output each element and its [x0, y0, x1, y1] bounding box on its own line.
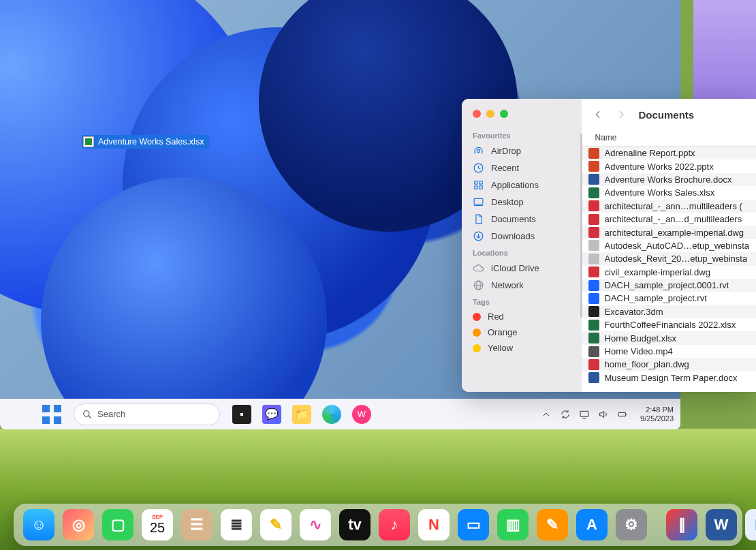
- start-button[interactable]: [42, 405, 61, 424]
- forward-button[interactable]: [616, 109, 627, 120]
- dock-app-appstore[interactable]: A: [576, 509, 608, 540]
- file-row[interactable]: Autodesk_AutoCAD…etup_webinsta: [582, 239, 756, 252]
- file-row[interactable]: Adrenaline Report.pptx: [582, 147, 756, 159]
- battery-icon[interactable]: [617, 409, 628, 420]
- dock-app-launchpad[interactable]: ◎: [63, 509, 94, 540]
- taskbar-app-wps[interactable]: W: [352, 405, 371, 424]
- zoom-button[interactable]: [500, 110, 508, 118]
- file-name: architectural_-_an…d_multileaders: [605, 214, 742, 224]
- xlsx-file-icon: [588, 187, 599, 198]
- dock-app-windows[interactable]: ⊞: [745, 509, 756, 540]
- svg-rect-10: [479, 181, 482, 184]
- sidebar-item-downloads[interactable]: Downloads: [462, 228, 582, 245]
- sidebar-scrollbar[interactable]: [580, 134, 582, 318]
- back-button[interactable]: [593, 109, 603, 120]
- taskview-button[interactable]: [232, 405, 251, 424]
- dock-app-parallels[interactable]: ∥: [666, 509, 697, 540]
- dock-app-contacts[interactable]: ☰: [181, 509, 212, 540]
- sidebar-tag-yellow[interactable]: Yellow: [462, 340, 582, 356]
- sidebar-item-documents[interactable]: Documents: [462, 211, 582, 228]
- file-name: FourthCoffeeFinancials 2022.xlsx: [605, 320, 736, 330]
- airdrop-icon: [473, 145, 484, 157]
- dwg-file-icon: [588, 200, 599, 211]
- dock-app-keynote[interactable]: ▭: [458, 509, 489, 540]
- docx-file-icon: [588, 174, 599, 185]
- sidebar-tag-orange[interactable]: Orange: [462, 324, 582, 340]
- taskbar-app-edge[interactable]: [322, 405, 341, 424]
- tag-dot-icon: [473, 344, 481, 352]
- file-name: home_floor_plan.dwg: [605, 359, 689, 369]
- file-row[interactable]: civil_example-imperial.dwg: [582, 266, 756, 279]
- file-row[interactable]: FourthCoffeeFinancials 2022.xlsx: [582, 318, 756, 331]
- pptx-file-icon: [588, 148, 599, 159]
- sidebar-item-airdrop[interactable]: AirDrop: [462, 142, 582, 159]
- sync-icon[interactable]: [560, 409, 571, 420]
- minimize-button[interactable]: [486, 110, 494, 118]
- dwg-file-icon: [588, 227, 599, 238]
- file-row[interactable]: architectural_-_an…d_multileaders: [582, 213, 756, 226]
- file-row[interactable]: architectural_example-imperial.dwg: [582, 226, 756, 239]
- desktop-file-selected[interactable]: Adventure Works Sales.xlsx: [82, 135, 209, 149]
- column-header-name[interactable]: Name: [582, 130, 756, 147]
- file-row[interactable]: home_floor_plan.dwg: [582, 358, 756, 371]
- finder-window[interactable]: Favourites AirDropRecentApplicationsDesk…: [462, 99, 756, 392]
- network-icon: [473, 279, 484, 291]
- dock-app-finder[interactable]: ☺: [23, 509, 54, 540]
- sidebar-item-desktop[interactable]: Desktop: [462, 194, 582, 211]
- file-row[interactable]: Autodesk_Revit_20…etup_webinsta: [582, 252, 756, 265]
- xlsx-file-icon: [588, 320, 599, 331]
- dock-app-notes[interactable]: ✎: [260, 509, 292, 540]
- sidebar-item-icloud-drive[interactable]: iCloud Drive: [462, 260, 582, 277]
- search-icon: [82, 410, 92, 419]
- close-button[interactable]: [473, 110, 481, 118]
- sidebar-item-recent[interactable]: Recent: [462, 159, 582, 177]
- taskbar-app-explorer[interactable]: 📁: [292, 405, 311, 424]
- sidebar-tag-red[interactable]: Red: [462, 309, 582, 324]
- file-row[interactable]: Museum Design Term Paper.docx: [582, 371, 756, 384]
- display-icon[interactable]: [579, 409, 590, 420]
- svg-rect-5: [618, 412, 626, 416]
- dock-app-freeform[interactable]: ∿: [300, 509, 331, 540]
- svg-rect-13: [474, 199, 483, 205]
- file-row[interactable]: Adventure Works 2022.pptx: [582, 159, 756, 172]
- desktop-icon: [473, 196, 484, 208]
- calendar-day: 25: [150, 520, 165, 536]
- calendar-month: SEP: [152, 514, 163, 520]
- sidebar-item-network[interactable]: Network: [462, 277, 582, 294]
- chevron-up-icon[interactable]: [541, 409, 552, 420]
- file-list[interactable]: Adrenaline Report.pptxAdventure Works 20…: [582, 147, 756, 392]
- file-row[interactable]: DACH_sample_project.rvt: [582, 292, 756, 305]
- sidebar-header-tags: Tags: [462, 294, 582, 309]
- file-row[interactable]: Adventure Works Sales.xlsx: [582, 186, 756, 199]
- file-row[interactable]: Adventure Works Brochure.docx: [582, 173, 756, 186]
- file-row[interactable]: Excavator.3dm: [582, 305, 756, 318]
- file-row[interactable]: Home Video.mp4: [582, 345, 756, 358]
- sidebar-header-favourites: Favourites: [462, 127, 582, 142]
- dock-app-reminders[interactable]: ≣: [221, 509, 252, 540]
- svg-line-1: [89, 415, 91, 418]
- file-row[interactable]: Home Budget.xlsx: [582, 331, 756, 344]
- taskbar-app-chat[interactable]: 💬: [262, 405, 281, 424]
- file-name: Excavator.3dm: [605, 307, 663, 317]
- dock-app-calendar[interactable]: SEP25: [142, 509, 173, 540]
- dock-app-news[interactable]: N: [418, 509, 450, 540]
- taskbar-clock[interactable]: 2:48 PM 9/25/2023: [640, 406, 674, 423]
- 3dm-file-icon: [588, 306, 599, 317]
- finder-toolbar: Documents: [582, 99, 756, 130]
- dock-app-numbers[interactable]: ▥: [497, 509, 529, 540]
- file-name: architectural_-_ann…multileaders (: [605, 201, 742, 211]
- sidebar-item-label: AirDrop: [491, 146, 521, 156]
- dock-app-settings[interactable]: ⚙: [616, 509, 647, 540]
- file-row[interactable]: architectural_-_ann…multileaders (: [582, 200, 756, 213]
- dock-app-tv[interactable]: tv: [339, 509, 371, 540]
- file-row[interactable]: DACH_sample_project.0001.rvt: [582, 279, 756, 292]
- taskbar-search[interactable]: Search: [74, 403, 220, 425]
- sidebar-item-label: Orange: [488, 327, 517, 337]
- sidebar-item-applications[interactable]: Applications: [462, 177, 582, 194]
- dock-app-pages[interactable]: ✎: [537, 509, 568, 540]
- dock-app-facetime[interactable]: ▢: [102, 509, 133, 540]
- recent-icon: [473, 162, 484, 174]
- volume-icon[interactable]: [598, 409, 609, 420]
- dock-app-music[interactable]: ♪: [379, 509, 410, 540]
- dock-app-word[interactable]: W: [706, 509, 737, 540]
